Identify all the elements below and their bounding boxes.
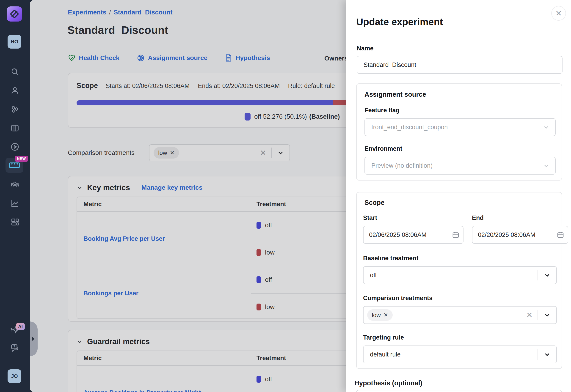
divider: [0, 56, 30, 56]
user-icon[interactable]: [9, 84, 21, 97]
feature-flag-label: Feature flag: [364, 107, 400, 114]
ruler-icon: [9, 162, 20, 168]
environment-label: Environment: [364, 145, 402, 152]
name-label: Name: [357, 45, 374, 52]
logo-glyph: [9, 9, 19, 19]
assignment-source-heading: Assignment source: [364, 91, 426, 98]
update-experiment-drawer: ✕ Update experiment Name Standard_Discou…: [346, 0, 571, 392]
feature-flag-select: front_end_discount_coupon: [364, 118, 556, 136]
close-icon[interactable]: ✕: [551, 6, 566, 21]
search-icon[interactable]: [9, 66, 21, 78]
org-avatar[interactable]: HO: [8, 35, 21, 49]
start-date-input[interactable]: 02/06/2025 08:06AM: [363, 226, 463, 244]
scope-section: Scope Start End 02/06/2025 08:06AM 02/20…: [356, 192, 562, 369]
hypothesis-textarea[interactable]: [356, 390, 562, 392]
chevron-down-icon[interactable]: [538, 311, 556, 319]
new-badge: NEW: [15, 156, 28, 162]
sidebar: HO NEW: [0, 0, 30, 392]
statsig-logo[interactable]: [7, 6, 22, 22]
hypothesis-label: Hypothesis (optional): [354, 379, 422, 387]
columns-icon[interactable]: [9, 122, 21, 134]
drawer-title: Update experiment: [356, 16, 443, 28]
scope-heading: Scope: [364, 199, 385, 206]
comparison-treatments-select[interactable]: low ✕ ✕: [363, 306, 557, 324]
feature-flags-icon[interactable]: [9, 103, 21, 115]
pulse-icon[interactable]: [9, 141, 21, 153]
baseline-treatment-label: Baseline treatment: [363, 255, 419, 262]
chevron-down-icon: [537, 162, 555, 169]
help-chat-icon[interactable]: ?: [9, 342, 21, 354]
end-label: End: [472, 214, 484, 222]
calendar-icon[interactable]: [452, 231, 459, 239]
users-group-icon[interactable]: [9, 178, 21, 191]
treatment-chip-low[interactable]: low ✕: [367, 309, 393, 321]
ai-badge: AI: [16, 323, 25, 330]
app-window: HO NEW: [0, 0, 571, 392]
metrics-chart-icon[interactable]: [9, 197, 21, 210]
svg-text:?: ?: [13, 345, 15, 349]
targeting-rule-label: Targeting rule: [363, 334, 404, 341]
environment-select: Preview (no definition): [364, 157, 556, 175]
chevron-down-icon: [537, 124, 555, 131]
name-input[interactable]: Standard_Discount: [357, 56, 562, 74]
comparison-treatments-label: Comparison treatments: [363, 295, 432, 302]
chip-remove-icon[interactable]: ✕: [384, 312, 388, 318]
assignment-source-section: Assignment source Feature flag front_end…: [356, 84, 562, 181]
end-date-input[interactable]: 02/20/2025 08:06AM: [472, 226, 568, 244]
user-avatar[interactable]: JO: [8, 369, 21, 383]
divider: [0, 28, 30, 28]
select-clear-icon[interactable]: ✕: [521, 311, 538, 319]
targeting-rule-select[interactable]: default rule: [363, 346, 557, 363]
calendar-icon[interactable]: [557, 231, 564, 239]
baseline-treatment-select[interactable]: off: [363, 266, 557, 284]
chevron-down-icon[interactable]: [538, 271, 556, 279]
divider: [0, 362, 30, 362]
dashboards-icon[interactable]: [9, 216, 21, 228]
chevron-down-icon[interactable]: [538, 351, 556, 358]
start-label: Start: [363, 214, 377, 222]
